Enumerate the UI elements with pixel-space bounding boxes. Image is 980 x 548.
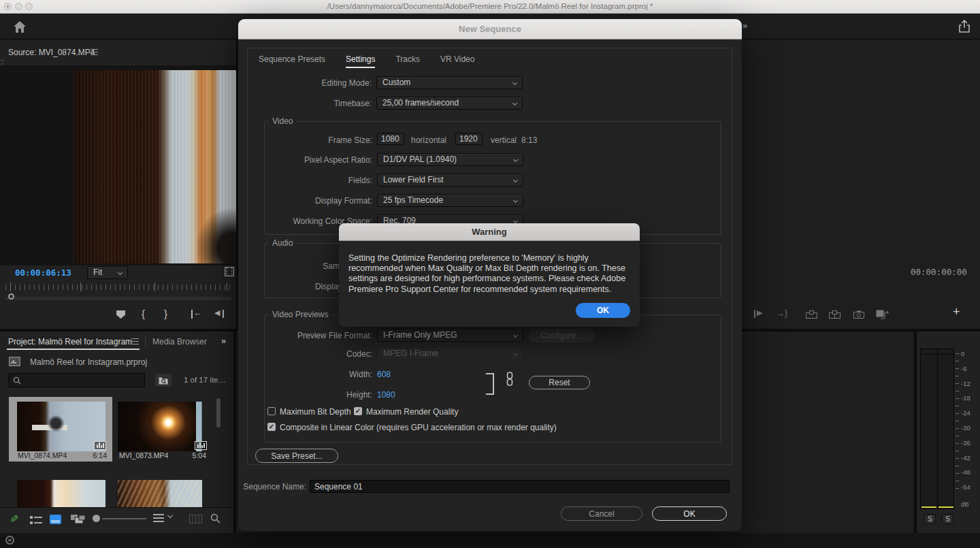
max-bit-depth-checkbox[interactable] [267,407,276,415]
max-render-quality-checkbox[interactable]: ✓ [354,407,362,415]
sort-icon[interactable] [153,514,164,522]
dialog-tabs: Sequence Presets Settings Tracks VR Vide… [259,54,474,64]
frame-width-input[interactable] [377,133,404,145]
link-dimensions-icon[interactable] [506,372,514,387]
export-frame-camera-icon[interactable] [853,310,864,319]
source-panel-menu-icon[interactable] [91,49,98,55]
clip-cell-selected[interactable]: MVI_0874.MP4 6:14 [9,397,112,462]
save-preset-button[interactable]: Save Preset... [255,449,338,463]
max-bit-depth-label[interactable]: Maximum Bit Depth [280,407,351,417]
source-video-frame [74,70,236,263]
chevron-down-icon [513,157,518,161]
max-render-quality-label[interactable]: Maximum Render Quality [366,407,458,417]
source-zoom-select[interactable]: Fit [87,266,128,279]
search-input[interactable] [24,374,143,386]
fields-select[interactable]: Lower Field First [377,174,523,187]
reset-button[interactable]: Reset [529,376,590,389]
link-bracket [486,373,494,395]
audio-meter-bars [920,349,954,509]
composite-linear-checkbox[interactable]: ✓ [267,423,276,431]
zoom-slider-track[interactable] [102,518,146,519]
project-bin-icon [9,357,20,366]
meter-tick-label: -42 [961,454,970,462]
search-field[interactable] [8,373,145,387]
preview-file-format-select[interactable]: I-Frame Only MPEG [377,329,523,342]
source-tab-label[interactable]: Source: MVI_0874.MP4 [8,48,95,57]
list-view-icon[interactable] [30,515,42,525]
fields-value: Lower Field First [383,175,444,184]
step-back-icon[interactable]: ◀ [214,310,225,319]
cancel-button[interactable]: Cancel [561,506,642,521]
source-playhead-knob[interactable] [8,293,14,300]
editing-mode-select[interactable]: Custom [376,76,523,89]
warning-ok-button[interactable]: OK [576,303,630,318]
tab-vr-video[interactable]: VR Video [440,54,474,64]
chevron-down-icon [513,332,518,337]
solo-left-button[interactable]: S [924,514,936,524]
lift-icon[interactable] [806,310,817,319]
timebase-select[interactable]: 25,00 frames/second [376,97,523,110]
share-export-icon[interactable] [958,20,970,33]
pixel-aspect-ratio-select[interactable]: D1/DV PAL (1.0940) [377,153,523,166]
mark-in-icon[interactable]: { [142,308,145,319]
dialog-titlebar[interactable]: New Sequence [238,19,742,39]
ok-button[interactable]: OK [652,506,727,521]
clip-thumbnail[interactable] [17,480,105,507]
meter-tick-label: -6 [961,365,966,372]
creative-cloud-sync-icon[interactable] [5,536,14,545]
meter-level-left [921,506,936,508]
project-panel-menu-icon[interactable] [131,338,139,344]
freeform-view-icon[interactable] [70,514,86,525]
find-icon[interactable] [210,513,220,523]
panel-overflow-chevrons[interactable]: » [221,336,226,346]
bin-name[interactable]: Malmö Reel for Instagram.prproj [30,357,147,367]
program-monitor-panel: 00:00:00:00 ▶ →} + [739,39,980,329]
writable-pencil-icon[interactable]: ✎ [10,513,18,526]
composite-linear-label[interactable]: Composite in Linear Color (requires GPU … [280,423,557,432]
add-marker-icon[interactable] [116,310,125,319]
go-to-out-icon[interactable]: →} [777,308,787,318]
frame-height-input[interactable] [455,133,483,145]
search-bin-button[interactable] [155,374,172,387]
project-toolbar: ✎ [0,507,233,533]
source-time-ruler[interactable] [5,285,231,290]
source-scrub-track[interactable] [5,297,231,300]
meter-tick-strip [956,353,959,495]
home-icon[interactable] [14,21,26,33]
pixel-aspect-ratio-value: D1/DV PAL (1.0940) [383,155,457,164]
icon-view-icon[interactable] [50,515,61,524]
tab-tracks[interactable]: Tracks [395,54,420,64]
chevron-down-icon [512,80,517,84]
configure-button: Configure... [529,329,595,342]
dialog-title: New Sequence [238,24,742,34]
zoom-slider-knob[interactable] [93,515,100,522]
tab-settings[interactable]: Settings [346,54,375,64]
meter-level-right [938,506,953,508]
codec-select: MPEG I-Frame [377,347,523,360]
sort-chevron-icon[interactable] [167,513,173,518]
audio-clip-badge-icon [195,441,207,450]
clip-duration: 5:04 [193,451,206,460]
warning-titlebar[interactable]: Warning [339,223,640,241]
add-button-icon[interactable]: + [953,305,960,319]
workspace-overflow-chevrons[interactable]: » [742,20,747,31]
preview-width-value[interactable]: 608 [377,370,391,379]
solo-right-button[interactable]: S [942,514,953,524]
mark-out-icon[interactable]: } [164,308,167,319]
extract-icon[interactable] [829,310,840,319]
export-clip-icon[interactable] [876,310,889,319]
preview-height-value[interactable]: 1080 [377,390,395,400]
display-format-select[interactable]: 25 fps Timecode [377,194,523,207]
go-to-in-icon[interactable]: ← [191,310,203,319]
chevron-down-icon [513,197,518,202]
chevron-down-icon [118,270,122,274]
play-in-to-out-icon[interactable]: ▶ [754,310,766,319]
clip-thumbnail[interactable] [118,480,202,507]
tab-sequence-presets[interactable]: Sequence Presets [259,54,325,64]
tab-project[interactable]: Project: Malmö Reel for Instagram [8,337,132,346]
tab-media-browser[interactable]: Media Browser [152,337,207,346]
filmstrip-settings-icon[interactable] [225,267,234,276]
clip-cell[interactable]: MVI_0873.MP4 5:04 [112,397,216,462]
sequence-name-input[interactable] [310,480,730,493]
project-scrollbar[interactable] [216,398,220,428]
